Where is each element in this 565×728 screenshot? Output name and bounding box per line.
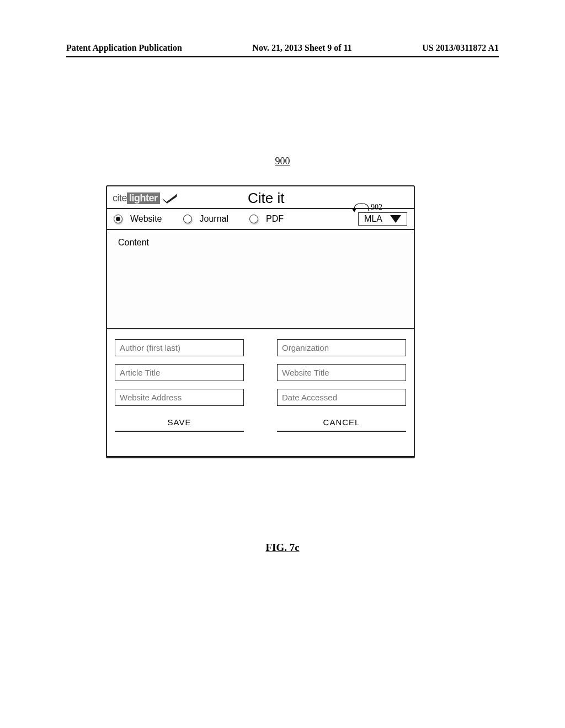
radio-journal-label: Journal (200, 214, 228, 224)
checkmark-icon (162, 192, 178, 205)
header-right: US 2013/0311872 A1 (422, 43, 499, 53)
radio-pdf[interactable] (249, 215, 258, 223)
figure-reference-number: 900 (275, 156, 290, 167)
website-title-field[interactable] (277, 364, 406, 381)
website-address-field[interactable] (115, 389, 244, 406)
callout-902: 902 (354, 203, 382, 212)
radio-website-label: Website (130, 214, 162, 224)
article-title-field[interactable] (115, 364, 244, 381)
radio-journal[interactable] (183, 215, 192, 223)
logo-text-cite: cite (113, 192, 127, 204)
radio-website[interactable] (114, 215, 122, 223)
save-button[interactable]: SAVE (115, 413, 244, 432)
date-accessed-field[interactable] (277, 389, 406, 406)
organization-field[interactable] (277, 339, 406, 356)
content-label: Content (118, 238, 149, 247)
panel-footer-area (107, 433, 414, 457)
citation-style-value: MLA (364, 214, 382, 224)
chevron-down-icon (390, 215, 401, 223)
cite-it-panel: cite lighter Cite it 902 Website Journal… (106, 185, 415, 458)
content-textarea[interactable]: Content (107, 230, 414, 329)
figure-caption: FIG. 7c (265, 542, 299, 554)
radio-pdf-label: PDF (266, 214, 284, 224)
patent-header: Patent Application Publication Nov. 21, … (66, 43, 499, 57)
callout-label: 902 (371, 203, 382, 212)
logo-text-lighter: lighter (127, 192, 160, 204)
header-center: Nov. 21, 2013 Sheet 9 of 11 (252, 43, 351, 53)
header-left: Patent Application Publication (66, 43, 182, 53)
cancel-button[interactable]: CANCEL (277, 413, 406, 432)
author-field[interactable] (115, 339, 244, 356)
citation-style-select[interactable]: MLA (358, 212, 407, 226)
panel-title: Cite it (248, 190, 284, 207)
citelighter-logo: cite lighter (113, 192, 178, 205)
